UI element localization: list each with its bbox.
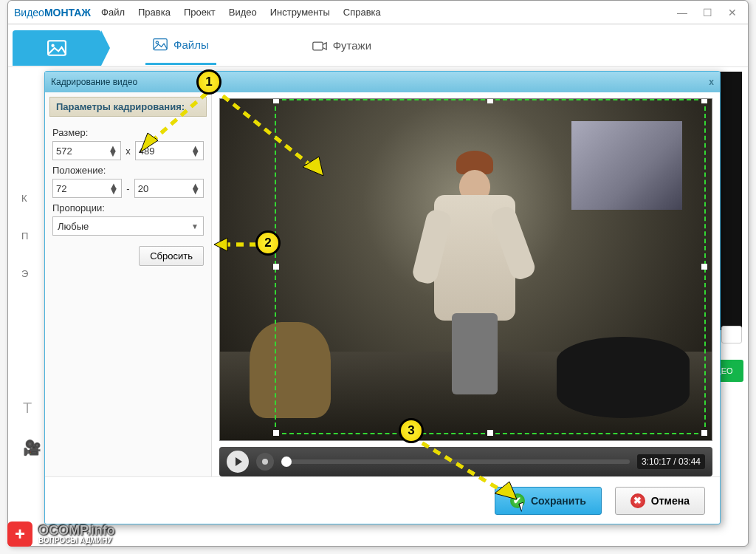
menu-video[interactable]: Видео <box>229 7 257 18</box>
cancel-label: Отмена <box>651 495 690 507</box>
spinner-icon[interactable]: ▲▼ <box>108 146 117 156</box>
save-label: Сохранить <box>531 495 586 507</box>
play-button[interactable] <box>227 451 249 473</box>
crop-handle[interactable] <box>701 264 707 270</box>
callout-2: 2 <box>255 230 281 256</box>
dialog-title: Кадрирование видео <box>51 77 137 87</box>
left-panel-labels: КПЭ <box>21 193 28 279</box>
text-tool-icon[interactable]: T <box>23 400 41 417</box>
svg-point-1 <box>51 44 54 47</box>
menu-project[interactable]: Проект <box>184 7 216 18</box>
menu-help[interactable]: Справка <box>343 7 381 18</box>
cursor-icon <box>520 502 532 517</box>
play-icon <box>236 457 242 466</box>
video-preview[interactable] <box>219 98 712 441</box>
save-button[interactable]: ✔ Сохранить <box>495 487 602 515</box>
svg-rect-4 <box>313 42 323 50</box>
seek-track[interactable] <box>281 459 630 464</box>
aspect-label: Пропорции: <box>52 202 204 213</box>
tab-footages[interactable]: Футажи <box>305 26 379 65</box>
window-controls: — ☐ ✕ <box>673 7 742 18</box>
minimize-button[interactable]: — <box>673 7 692 18</box>
tab-files[interactable]: Файлы <box>145 26 216 65</box>
size-label: Размер: <box>52 127 204 138</box>
crop-handle[interactable] <box>273 264 279 270</box>
plus-icon: + <box>7 521 32 547</box>
crop-handle[interactable] <box>487 430 493 436</box>
svg-rect-2 <box>154 39 167 50</box>
timecode: 3:10:17 / 03:44 <box>637 454 705 469</box>
camera-tool-icon[interactable]: 🎥 <box>23 439 41 456</box>
watermark: + OCOMP.info ВОПРОСЫ АДМИНУ <box>7 521 115 547</box>
spinner-icon[interactable]: ▲▼ <box>190 146 200 156</box>
spinner-icon[interactable]: ▲▼ <box>109 183 118 194</box>
crop-handle[interactable] <box>701 98 707 103</box>
maximize-button[interactable]: ☐ <box>698 7 717 18</box>
crop-handle[interactable] <box>273 430 279 436</box>
dialog-close-button[interactable]: x <box>709 77 714 87</box>
menu-file[interactable]: Файл <box>101 7 125 18</box>
close-button[interactable]: ✕ <box>723 7 742 18</box>
cancel-button[interactable]: ✖ Отмена <box>615 487 705 515</box>
dialog-titlebar[interactable]: Кадрирование видео x <box>45 72 720 92</box>
svg-point-3 <box>156 41 158 44</box>
pos-x-value: 72 <box>56 183 66 194</box>
position-label: Положение: <box>52 165 204 176</box>
height-input[interactable]: 489 ▲▼ <box>135 141 204 160</box>
mode-image-tab[interactable] <box>13 30 101 66</box>
stop-icon <box>262 459 268 465</box>
height-value: 489 <box>139 146 155 157</box>
seek-knob[interactable] <box>281 456 292 467</box>
tab-files-label: Файлы <box>173 38 209 51</box>
crop-settings-panel: Параметры кадрирования: Размер: 572 ▲▼ x… <box>45 92 212 476</box>
menu-tools[interactable]: Инструменты <box>270 7 330 18</box>
crop-handle[interactable] <box>487 98 493 103</box>
pos-y-input[interactable]: 20 ▲▼ <box>134 179 204 198</box>
cancel-icon: ✖ <box>630 493 645 508</box>
main-menu: Файл Правка Проект Видео Инструменты Спр… <box>101 7 381 18</box>
app-logo: ВидеоМОНТАЖ <box>14 7 91 18</box>
aspect-select[interactable]: Любые ▼ <box>52 216 204 236</box>
player-bar: 3:10:17 / 03:44 <box>219 447 712 476</box>
image-icon <box>47 40 66 56</box>
stop-button[interactable] <box>256 453 274 471</box>
aspect-value: Любые <box>58 221 89 232</box>
menu-edit[interactable]: Правка <box>138 7 171 18</box>
camera-icon <box>312 39 327 52</box>
titlebar: ВидеоМОНТАЖ Файл Правка Проект Видео Инс… <box>8 1 748 24</box>
crop-handle[interactable] <box>273 98 279 103</box>
crop-handle[interactable] <box>701 430 707 436</box>
width-input[interactable]: 572 ▲▼ <box>52 141 121 160</box>
callout-3: 3 <box>399 418 424 443</box>
crop-rectangle[interactable] <box>275 99 706 434</box>
reset-button[interactable]: Сбросить <box>139 246 204 266</box>
chevron-down-icon: ▼ <box>191 222 199 230</box>
pos-y-value: 20 <box>138 183 148 194</box>
panel-heading: Параметры кадрирования: <box>49 97 207 117</box>
callout-1: 1 <box>196 69 221 95</box>
tab-footages-label: Футажи <box>333 39 371 52</box>
width-value: 572 <box>56 146 72 157</box>
spinner-icon[interactable]: ▲▼ <box>190 183 200 194</box>
crop-dialog: Кадрирование видео x Параметры кадрирова… <box>44 71 721 524</box>
picture-icon <box>153 38 168 51</box>
pos-x-input[interactable]: 72 ▲▼ <box>52 179 122 198</box>
